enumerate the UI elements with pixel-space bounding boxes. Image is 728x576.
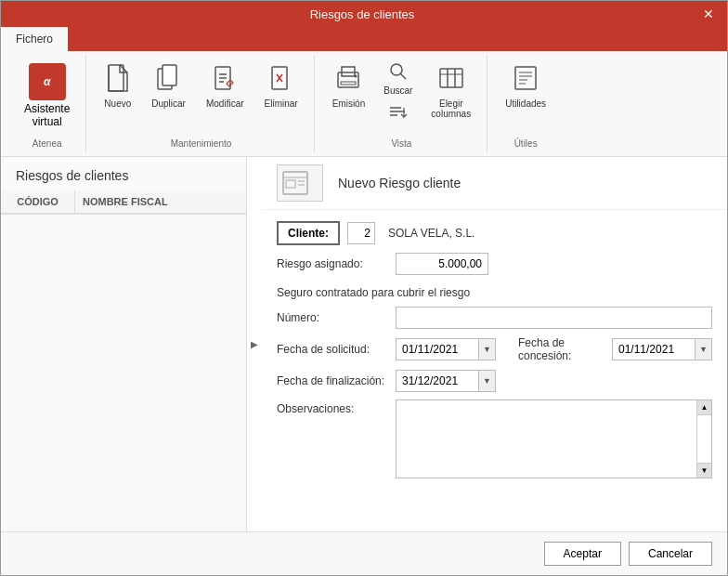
observaciones-wrap: ▲ ▼: [396, 399, 712, 478]
eliminar-button[interactable]: Eliminar: [256, 59, 306, 113]
fecha-concesion-wrap: ▼: [612, 338, 712, 360]
form-header-icon: [277, 164, 323, 202]
aceptar-button[interactable]: Aceptar: [544, 542, 621, 566]
svg-rect-12: [341, 82, 356, 85]
table-header: CÓDIGO NOMBRE FISCAL: [1, 190, 246, 215]
ribbon-tabs: Fichero: [1, 27, 727, 51]
client-table: CÓDIGO NOMBRE FISCAL: [1, 190, 246, 531]
emision-label: Emisión: [332, 98, 366, 109]
fecha-solicitud-wrap: ▼: [396, 338, 496, 360]
svg-line-15: [400, 74, 406, 80]
vista-buttons: Emisión Buscar: [324, 59, 480, 133]
svg-rect-23: [515, 67, 536, 89]
asistente-label: Asistente virtual: [24, 102, 70, 128]
utilidades-label: Utilidades: [505, 98, 546, 109]
form-body: Cliente: SOLA VELA, S.L. Riesgo asignado…: [262, 210, 727, 531]
duplicar-icon: [156, 63, 182, 97]
riesgo-field[interactable]: [396, 253, 488, 275]
modificar-button[interactable]: Modificar: [198, 59, 253, 113]
scroll-down[interactable]: ▼: [697, 463, 711, 478]
cancelar-button[interactable]: Cancelar: [629, 542, 712, 566]
svg-rect-2: [162, 65, 176, 85]
ordenar-button[interactable]: [377, 100, 419, 124]
fecha-solicitud-field[interactable]: [396, 338, 479, 360]
close-button[interactable]: ✕: [697, 5, 720, 23]
left-panel: Riesgos de clientes CÓDIGO NOMBRE FISCAL: [1, 157, 247, 531]
ribbon-group-atenea: α Asistente virtual Atenea: [8, 55, 86, 152]
observaciones-label: Observaciones:: [277, 399, 388, 415]
ribbon-group-vista: Emisión Buscar: [317, 55, 488, 152]
cliente-button[interactable]: Cliente:: [277, 221, 340, 245]
buscar-label: Buscar: [384, 85, 412, 96]
atenea-buttons: α Asistente virtual: [16, 59, 78, 133]
ribbon: Fichero α Asistente virtual Atenea: [1, 27, 727, 157]
tab-fichero[interactable]: Fichero: [1, 27, 68, 51]
buscar-button[interactable]: Buscar: [377, 59, 419, 98]
elegir-columnas-label: Elegir columnas: [431, 98, 471, 119]
scroll-up[interactable]: ▲: [697, 400, 711, 415]
fecha-concesion-field[interactable]: [612, 338, 696, 360]
eliminar-icon: [268, 63, 294, 97]
fecha-concesion-picker[interactable]: ▼: [696, 338, 712, 360]
cliente-row: Cliente: SOLA VELA, S.L.: [277, 221, 712, 245]
footer: Aceptar Cancelar: [1, 531, 727, 575]
utiles-group-label: Útiles: [514, 135, 538, 149]
numero-label: Número:: [277, 311, 388, 324]
duplicar-label: Duplicar: [151, 98, 186, 109]
observaciones-field[interactable]: [396, 400, 711, 475]
nuevo-icon: [105, 63, 131, 97]
client-num-field[interactable]: [347, 222, 375, 244]
fecha-fin-row: Fecha de finalización: ▼: [277, 370, 712, 392]
nuevo-label: Nuevo: [104, 98, 131, 109]
main-area: Riesgos de clientes CÓDIGO NOMBRE FISCAL…: [1, 157, 727, 531]
eliminar-label: Eliminar: [265, 98, 298, 109]
fecha-finalizacion-wrap: ▼: [396, 370, 496, 392]
fecha-finalizacion-label: Fecha de finalización:: [277, 374, 388, 387]
utiles-buttons: Utilidades: [497, 59, 554, 133]
fecha-solicitud-picker[interactable]: ▼: [479, 338, 496, 360]
asistente-virtual-button[interactable]: α Asistente virtual: [16, 59, 78, 133]
buscar-icon: [388, 61, 409, 85]
riesgo-row: Riesgo asignado:: [277, 253, 712, 275]
svg-rect-30: [286, 180, 295, 188]
window-title: Riesgos de clientes: [27, 7, 697, 21]
numero-field[interactable]: [396, 307, 712, 329]
elegir-columnas-button[interactable]: Elegir columnas: [422, 59, 479, 124]
col-codigo: CÓDIGO: [1, 190, 75, 213]
observaciones-scrollbar: ▲ ▼: [696, 400, 711, 478]
nuevo-button[interactable]: Nuevo: [96, 59, 139, 113]
modificar-icon: [212, 63, 238, 97]
ribbon-content: α Asistente virtual Atenea Nuevo: [1, 51, 727, 156]
elegir-columnas-icon: [438, 63, 464, 97]
seguro-section-title: Seguro contratado para cubrir el riesgo: [277, 286, 712, 299]
left-panel-title: Riesgos de clientes: [1, 157, 246, 190]
svg-rect-11: [342, 67, 355, 76]
utilidades-button[interactable]: Utilidades: [497, 59, 554, 113]
vista-group-label: Vista: [391, 135, 411, 149]
col-nombre-fiscal: NOMBRE FISCAL: [75, 190, 246, 213]
client-name: SOLA VELA, S.L.: [383, 224, 480, 242]
mantenimiento-buttons: Nuevo Duplicar Modificar: [96, 59, 306, 133]
ordenar-icon: [388, 103, 409, 122]
main-window: Riesgos de clientes ✕ Fichero α Asistent…: [0, 0, 728, 576]
form-header: Nuevo Riesgo cliente: [262, 157, 727, 210]
utilidades-icon: [513, 63, 539, 97]
fecha-solicitud-label: Fecha de solicitud:: [277, 343, 388, 356]
fecha-finalizacion-field[interactable]: [396, 370, 479, 392]
atenea-group-label: Atenea: [32, 135, 62, 149]
buscar-group: Buscar: [377, 59, 419, 124]
right-panel: Nuevo Riesgo cliente Cliente: SOLA VELA,…: [262, 157, 727, 531]
svg-point-13: [355, 75, 358, 78]
svg-rect-0: [109, 65, 124, 91]
mantenimiento-group-label: Mantenimiento: [171, 135, 232, 149]
fecha-finalizacion-picker[interactable]: ▼: [479, 370, 496, 392]
numero-row: Número:: [277, 307, 712, 329]
duplicar-button[interactable]: Duplicar: [143, 59, 194, 113]
emision-button[interactable]: Emisión: [324, 59, 374, 113]
svg-point-14: [391, 64, 402, 75]
title-bar: Riesgos de clientes ✕: [1, 1, 727, 27]
ribbon-group-mantenimiento: Nuevo Duplicar Modificar: [88, 55, 314, 152]
collapse-arrow[interactable]: ▶: [247, 157, 262, 531]
riesgo-label: Riesgo asignado:: [277, 257, 388, 270]
fechas-row: Fecha de solicitud: ▼ Fecha de concesión…: [277, 336, 712, 362]
